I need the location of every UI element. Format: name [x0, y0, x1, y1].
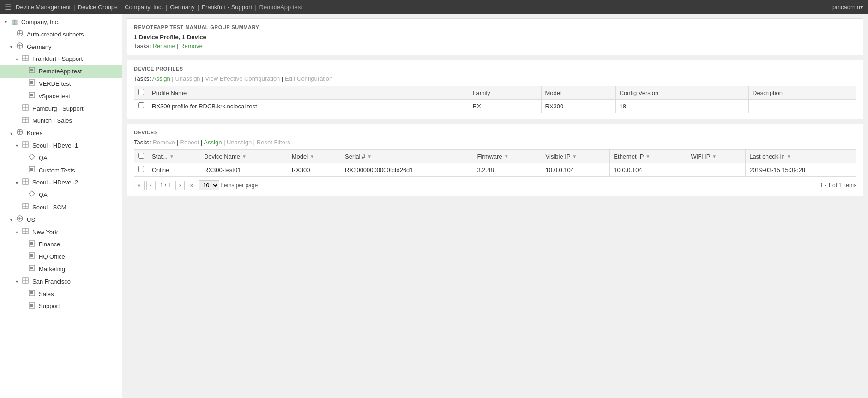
tree-icon-seoul-hdevel2 — [22, 178, 30, 188]
tree-toggle-seoul-hdevel1[interactable]: ▾ — [16, 142, 22, 149]
devices-tasks-label: Tasks: — [134, 139, 151, 146]
devices-col-status[interactable]: Stat...▼ — [148, 150, 200, 163]
sidebar-item-munich-sales[interactable]: Munich - Sales — [0, 115, 122, 127]
devices-col-serial[interactable]: Serial #▼ — [341, 150, 473, 163]
sidebar-item-auto-subnets[interactable]: Auto-created subnets — [0, 29, 122, 41]
sidebar-item-verde-test[interactable]: VERDE test — [0, 78, 122, 90]
tree-toggle-germany[interactable]: ▾ — [10, 43, 17, 51]
tree-icon-sales — [29, 290, 37, 299]
device-cell-firmware-0: 3.2.48 — [473, 163, 542, 177]
svg-marker-33 — [29, 191, 35, 196]
tree-icon-hamburg-support — [22, 104, 30, 113]
devices-col-model[interactable]: Model▼ — [288, 150, 341, 163]
device-cell-status-0: Online — [148, 163, 200, 177]
profile-checkbox-0[interactable] — [138, 102, 144, 108]
topbar: ☰ Device Management | Device Groups | Co… — [0, 0, 868, 14]
user-menu[interactable]: pmcadmin▾ — [832, 4, 863, 11]
device-checkbox-0[interactable] — [138, 166, 144, 172]
sidebar-item-qa2[interactable]: QA — [0, 189, 122, 202]
tree-label-korea: Korea — [27, 129, 43, 138]
sidebar-item-frankfurt-support[interactable]: ▾Frankfurt - Support — [0, 53, 122, 65]
devices-assign-link[interactable]: Assign — [204, 139, 222, 146]
pagination-next-button[interactable]: › — [175, 181, 185, 190]
tree-toggle-san-francisco[interactable]: ▾ — [16, 278, 22, 285]
tree-toggle-company[interactable]: ▾ — [5, 18, 11, 26]
sidebar-item-us[interactable]: ▾US — [0, 214, 122, 226]
tree-toggle-seoul-hdevel2[interactable]: ▾ — [16, 179, 22, 187]
main-layout: ▾🏢Company, Inc.Auto-created subnets▾Germ… — [0, 14, 868, 398]
sidebar-item-sales[interactable]: Sales — [0, 288, 122, 301]
devices-col-checkbox — [134, 150, 148, 163]
device-cell-last-checkin-0: 2019-03-15 15:39:28 — [746, 163, 856, 177]
tree-label-hq-office: HQ Office — [39, 252, 65, 262]
sidebar-item-seoul-hdevel2[interactable]: ▾Seoul - HDevel-2 — [0, 177, 122, 189]
tree-toggle-new-york[interactable]: ▾ — [16, 229, 22, 236]
sidebar-item-hq-office[interactable]: HQ Office — [0, 251, 122, 263]
profiles-col-family: Family — [469, 86, 541, 100]
svg-rect-10 — [30, 69, 33, 71]
device-row-0[interactable]: Online RX300-test01 RX300 RX30000000000f… — [134, 163, 856, 177]
tree-label-qa1: QA — [39, 154, 48, 163]
menu-icon[interactable]: ☰ — [5, 3, 11, 12]
rename-link[interactable]: Rename — [152, 42, 175, 49]
sidebar-item-hamburg-support[interactable]: Hamburg - Support — [0, 103, 122, 115]
sidebar-item-new-york[interactable]: ▾New York — [0, 226, 122, 239]
breadcrumb-device-groups[interactable]: Device Groups — [78, 4, 118, 11]
sidebar-item-seoul-scm[interactable]: Seoul - SCM — [0, 202, 122, 214]
devices-col-device-name[interactable]: Device Name▼ — [200, 150, 288, 163]
tree-icon-san-francisco — [22, 277, 30, 286]
tree-icon-company: 🏢 — [11, 18, 19, 27]
sidebar-item-vspace-test[interactable]: vSpace test — [0, 90, 122, 103]
tree-icon-auto-subnets — [17, 30, 25, 39]
breadcrumb-company[interactable]: Company, Inc. — [125, 4, 163, 11]
summary-description: 1 Device Profile, 1 Device — [134, 34, 856, 41]
remove-link[interactable]: Remove — [180, 42, 202, 49]
pagination-prev-button[interactable]: ‹ — [146, 181, 156, 190]
devices-col-visible-ip[interactable]: Visible IP▼ — [542, 150, 610, 163]
summary-panel-title: REMOTEAPP TEST MANUAL GROUP SUMMARY — [134, 24, 856, 30]
devices-select-all-checkbox[interactable] — [138, 153, 144, 159]
profile-cell-checkbox-0[interactable] — [134, 100, 148, 113]
device-cell-checkbox-0[interactable] — [134, 163, 148, 177]
devices-col-firmware[interactable]: Firmware▼ — [473, 150, 542, 163]
sidebar-item-custom-tests[interactable]: Custom Tests — [0, 165, 122, 177]
breadcrumb-device-management[interactable]: Device Management — [16, 4, 71, 11]
model-sort-icon: ▼ — [310, 154, 314, 159]
profiles-assign-link[interactable]: Assign — [152, 75, 170, 82]
tree-label-seoul-hdevel1: Seoul - HDevel-1 — [32, 141, 78, 151]
tree-toggle-frankfurt-support[interactable]: ▾ — [16, 56, 22, 63]
pagination-first-button[interactable]: « — [134, 181, 145, 190]
sidebar-item-germany[interactable]: ▾Germany — [0, 41, 122, 53]
profiles-select-all-checkbox[interactable] — [138, 89, 144, 95]
breadcrumb-sep-2: | — [121, 4, 122, 11]
profiles-panel-title: DEVICE PROFILES — [134, 66, 856, 71]
tree-icon-new-york — [22, 228, 30, 237]
sidebar-item-san-francisco[interactable]: ▾San Francisco — [0, 276, 122, 288]
profiles-col-config-version: Config Version — [615, 86, 748, 100]
sidebar-item-finance[interactable]: Finance — [0, 238, 122, 251]
profile-cell-name-0: RX300 profile for RDCB.krk.nclocal test — [148, 100, 469, 113]
pagination-per-page-select[interactable]: 10 25 50 — [199, 180, 219, 190]
breadcrumb-germany[interactable]: Germany — [170, 4, 194, 11]
tree-label-finance: Finance — [39, 240, 60, 249]
pagination-last-button[interactable]: » — [187, 181, 197, 190]
profiles-col-description: Description — [749, 86, 856, 100]
tree-toggle-korea[interactable]: ▾ — [10, 130, 17, 137]
svg-rect-53 — [30, 291, 33, 294]
sidebar-item-remoteapp-test[interactable]: RemoteApp test — [0, 65, 122, 78]
devices-col-wifi-ip[interactable]: WiFi IP▼ — [687, 150, 746, 163]
breadcrumb-frankfurt[interactable]: Frankfurt - Support — [202, 4, 252, 11]
sidebar-item-qa1[interactable]: QA — [0, 152, 122, 165]
devices-col-last-checkin[interactable]: Last check-in▼ — [746, 150, 856, 163]
summary-tasks-line: Tasks: Rename | Remove — [134, 42, 856, 49]
sidebar-item-company[interactable]: ▾🏢Company, Inc. — [0, 16, 122, 29]
tree-toggle-us[interactable]: ▾ — [10, 216, 17, 224]
sidebar-item-marketing[interactable]: Marketing — [0, 263, 122, 276]
ethernet-ip-sort-icon: ▼ — [645, 154, 650, 159]
device-cell-wifi-ip-0 — [687, 163, 746, 177]
sidebar-item-support[interactable]: Support — [0, 300, 122, 313]
sidebar-item-seoul-hdevel1[interactable]: ▾Seoul - HDevel-1 — [0, 140, 122, 152]
devices-col-ethernet-ip[interactable]: Ethernet IP▼ — [610, 150, 687, 163]
profile-row-0[interactable]: RX300 profile for RDCB.krk.nclocal test … — [134, 100, 856, 113]
sidebar-item-korea[interactable]: ▾Korea — [0, 127, 122, 140]
